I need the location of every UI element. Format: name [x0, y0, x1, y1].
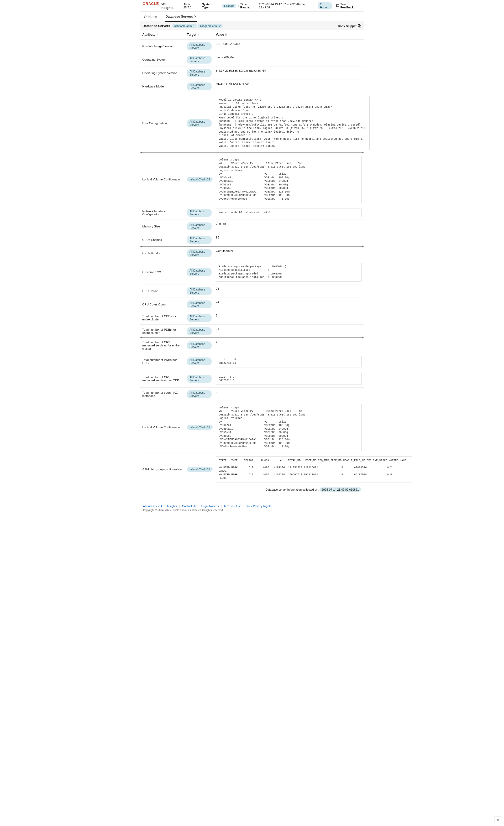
attribute-cell: Operating System Version	[140, 66, 185, 79]
footer-link[interactable]: Legal Notices	[201, 505, 219, 508]
send-feedback-button[interactable]: Send Feedback	[336, 3, 362, 9]
target-chip[interactable]: nshqah03adm01	[172, 24, 197, 28]
table-row: Exadata Image VersionAll Database Server…	[140, 40, 364, 53]
table-row: CPU Cores CountAll Database Servers24	[140, 298, 364, 311]
table-header: Attribute⇅ Target⇅ Value⇅	[140, 30, 364, 40]
footer-links: About Oracle AHF Insights | Contact Us |…	[143, 505, 361, 508]
target-chip[interactable]: All Database Servers	[187, 209, 211, 217]
target-chip[interactable]: All Database Servers	[187, 314, 211, 322]
target-chip[interactable]: All Database Servers	[187, 82, 211, 91]
tab-home[interactable]: Home	[143, 13, 158, 21]
table-body: Exadata Image VersionAll Database Server…	[140, 40, 364, 485]
target-cell: nshqah03adm02	[185, 153, 214, 205]
col-target[interactable]: Target⇅	[185, 30, 214, 39]
target-chip[interactable]: nshqah03adm01	[187, 425, 212, 430]
collected-footer: Database server information collected at…	[140, 485, 364, 494]
target-chip[interactable]: nshqah03adm01	[187, 467, 212, 472]
value-cell: c1d1 : 2 cdb2371: 0	[214, 370, 364, 388]
target-chip[interactable]: nshqah03adm02	[198, 24, 223, 28]
footer-link[interactable]: About Oracle AHF Insights	[143, 505, 177, 508]
target-chip[interactable]: All Database Servers	[187, 223, 211, 230]
table-row: CPUs EnabledAll Database Servers96	[140, 233, 364, 246]
value-cell: 25.1.3.0.0.250313	[214, 40, 364, 53]
attribute-cell: Total number of PDBs per CDB	[140, 353, 185, 370]
target-cell: All Database Servers	[185, 324, 214, 338]
target-cell: nshqah03adm01	[185, 454, 214, 485]
system-type-label: System Type:	[202, 3, 220, 9]
copyright: Copyright © 2014, 2025 Oracle and/or its…	[143, 509, 361, 512]
target-cell: All Database Servers	[185, 353, 214, 370]
attribute-cell: Total number of CDBs for entire cluster	[140, 311, 185, 324]
col-attribute[interactable]: Attribute⇅	[140, 30, 185, 39]
value-preformatted: c1d1 : 6 cdb2371: 15	[216, 356, 362, 367]
target-chip[interactable]: All Database Servers	[187, 249, 211, 257]
attribute-cell: Total number of CRS managed services per…	[140, 370, 185, 388]
target-chip[interactable]: All Database Servers	[187, 42, 211, 50]
col-value[interactable]: Value⇅	[214, 30, 364, 39]
table-row: Total number of CRS managed services for…	[140, 338, 364, 353]
target-chip[interactable]: All Database Servers	[187, 357, 211, 365]
target-chip[interactable]: All Database Servers	[187, 287, 211, 295]
footer-link[interactable]: Contact Us	[182, 505, 196, 508]
attribute-cell: Logical Volume Configuration	[140, 401, 185, 454]
value-preformatted: Master bondeth0: slaves eth1 eth2	[216, 209, 362, 217]
value-cell: 21	[214, 324, 364, 338]
tab-database-servers[interactable]: Database Servers ✕	[165, 13, 197, 22]
value-cell: Volume groups VG VSize VFree PV PSize PF…	[214, 401, 364, 454]
target-cell: All Database Servers	[185, 206, 214, 220]
attribute-cell: CPU Cores Count	[140, 298, 185, 311]
table-row: Disk ConfigurationAll Database ServersMo…	[140, 93, 364, 153]
target-cell: All Database Servers	[185, 284, 214, 298]
main-tabs: Home Database Servers ✕	[140, 11, 364, 22]
separator: |	[238, 4, 239, 7]
target-cell: nshqah03adm01	[185, 401, 214, 454]
filter-title: Database Servers	[142, 24, 170, 28]
pane-splitter[interactable]	[140, 337, 364, 338]
target-chip[interactable]: All Database Servers	[187, 300, 211, 308]
target-chip[interactable]: nshqah03adm02	[187, 177, 212, 182]
brand: ORACLE AHF Insights	[142, 2, 181, 10]
value-cell: GenuineIntel	[214, 247, 364, 260]
target-chip[interactable]: All Database Servers	[187, 327, 211, 335]
header-meta: AHF-25.7.0 | System Type: Exadata | Time…	[184, 2, 362, 9]
target-cell: All Database Servers	[185, 311, 214, 324]
pane-splitter[interactable]	[140, 152, 364, 154]
system-type-pill[interactable]: Exadata	[222, 4, 237, 8]
value-preformatted: Volume groups VG VSize VFree PV PSize PF…	[216, 156, 362, 203]
target-chip[interactable]: All Database Servers	[187, 236, 211, 244]
time-range-label: Time Range:	[240, 3, 257, 9]
value-cell: Volume groups VG VSize VFree PV PSize PF…	[214, 153, 364, 205]
attribute-cell: Memory Size	[140, 220, 185, 233]
time-range-duration-pill[interactable]: 2 Hours	[318, 2, 332, 9]
target-cell: All Database Servers	[185, 220, 214, 233]
brand-product: AHF Insights	[161, 2, 181, 10]
brand-oracle: ORACLE	[142, 2, 159, 6]
value-preformatted: Volume groups VG VSize VFree PV PSize PF…	[216, 404, 362, 451]
col-target-label: Target	[187, 33, 196, 37]
target-chip[interactable]: All Database Servers	[187, 390, 211, 398]
value-cell: Exadata computenode package : UNKNOWN ()…	[214, 260, 364, 284]
value-cell: 24	[214, 298, 364, 311]
value-cell: STATE TYPE SECTOR BLOCK AU TOTAL_MB FREE…	[214, 454, 414, 485]
ahf-version: AHF-25.7.0	[184, 3, 198, 9]
copy-snippet-label: Copy Snippet	[338, 24, 357, 27]
target-chip[interactable]: All Database Servers	[187, 268, 211, 276]
copy-snippet-button[interactable]: Copy Snippet	[338, 24, 362, 28]
target-chip[interactable]: All Database Servers	[187, 375, 211, 383]
target-chip[interactable]: All Database Servers	[187, 56, 211, 64]
pane-splitter[interactable]	[140, 246, 364, 247]
table-row: Logical Volume Configurationnshqah03adm0…	[140, 153, 364, 205]
filter-bar: Database Servers nshqah03adm01nshqah03ad…	[140, 22, 364, 30]
close-icon[interactable]: ✕	[194, 15, 197, 18]
target-chip[interactable]: All Database Servers	[187, 119, 211, 127]
send-feedback-label: Send Feedback	[340, 3, 362, 9]
target-chip[interactable]: All Database Servers	[187, 69, 211, 77]
col-attribute-label: Attribute	[142, 33, 155, 37]
collected-timestamp: 2025-07-14 21:42:02.610821	[319, 487, 361, 492]
col-value-label: Value	[216, 33, 224, 37]
target-cell: All Database Servers	[185, 66, 214, 79]
target-chip[interactable]: All Database Servers	[187, 342, 211, 349]
footer-link[interactable]: Your Privacy Rights	[246, 505, 271, 508]
value-cell: 96	[214, 284, 364, 298]
footer-link[interactable]: Terms Of Use	[224, 505, 241, 508]
